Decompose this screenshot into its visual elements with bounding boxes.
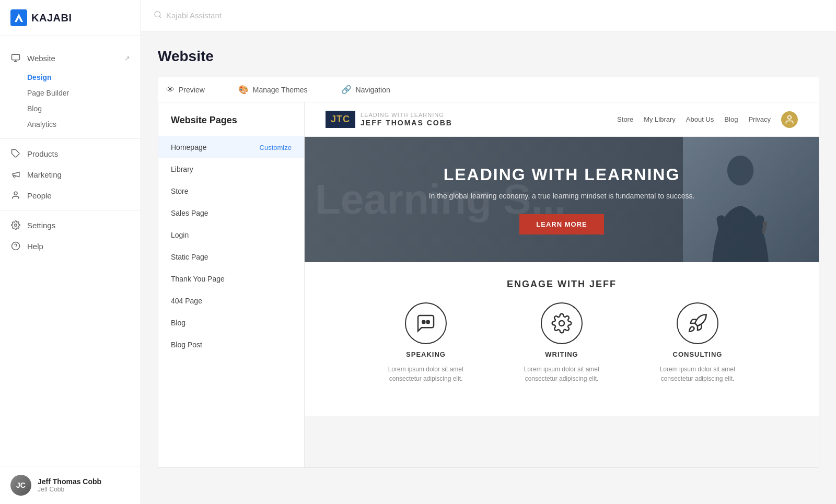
- pages-sidebar-title: Website Pages: [158, 115, 304, 136]
- logo-tagline: Leading with Learning: [361, 112, 452, 119]
- content-area: Website 👁 Preview 🎨 Manage Themes 🔗 Navi…: [141, 31, 836, 504]
- user-full-name: Jeff Thomas Cobb: [38, 477, 130, 486]
- question-icon: [10, 241, 21, 251]
- website-nav-section: Website ↗ Design Page Builder Blog Analy…: [0, 44, 141, 134]
- logo-name: JEFF THOMAS COBB: [361, 119, 452, 127]
- sidebar-item-page-builder[interactable]: Page Builder: [0, 85, 141, 101]
- user-handle: Jeff Cobb: [38, 486, 130, 493]
- people-label: People: [27, 191, 130, 200]
- consulting-desc: Lorem ipsum dolor sit amet consectetur a…: [645, 365, 750, 383]
- page-library-label: Library: [171, 165, 292, 173]
- sidebar-item-help[interactable]: Help: [0, 236, 141, 256]
- site-nav-blog[interactable]: Blog: [724, 115, 738, 123]
- settings-label: Settings: [27, 221, 130, 230]
- search-placeholder: Kajabi Assistant: [166, 11, 222, 20]
- site-navigation: Store My Library About Us Blog Privacy: [617, 111, 798, 128]
- sidebar-item-blog[interactable]: Blog: [0, 101, 141, 116]
- page-item-404[interactable]: 404 Page: [158, 290, 304, 312]
- preview-label: Preview: [179, 86, 205, 94]
- hero-cta-button[interactable]: LEARN MORE: [519, 214, 603, 235]
- site-nav-avatar: [781, 111, 798, 128]
- page-item-thank-you[interactable]: Thank You Page: [158, 268, 304, 290]
- site-nav-store[interactable]: Store: [617, 115, 633, 123]
- user-avatar: JC: [10, 475, 31, 496]
- builder-container: Website Pages Homepage Customize Library…: [158, 102, 819, 468]
- page-title: Website: [158, 48, 819, 65]
- preview-button[interactable]: 👁 Preview: [158, 78, 213, 102]
- help-label: Help: [27, 242, 130, 251]
- consulting-icon: [677, 302, 718, 344]
- sidebar-item-settings[interactable]: Settings: [0, 215, 141, 236]
- app-logo[interactable]: KAJABI: [0, 0, 141, 36]
- external-link-icon: ↗: [124, 54, 130, 62]
- sidebar-item-analytics[interactable]: Analytics: [0, 116, 141, 132]
- page-item-blog-post[interactable]: Blog Post: [158, 334, 304, 356]
- gear-icon: [10, 220, 21, 230]
- page-item-library[interactable]: Library: [158, 158, 304, 180]
- consulting-label: CONSULTING: [673, 350, 723, 358]
- services-grid: SPEAKING Lorem ipsum dolor sit amet cons…: [305, 302, 819, 400]
- svg-point-10: [788, 115, 792, 119]
- manage-themes-button[interactable]: 🎨 Manage Themes: [230, 77, 316, 102]
- main-content: Kajabi Assistant Website 👁 Preview 🎨 Man…: [141, 0, 836, 504]
- page-item-login[interactable]: Login: [158, 224, 304, 246]
- sidebar-item-website[interactable]: Website ↗: [0, 46, 141, 69]
- person-icon: [10, 190, 21, 201]
- page-sales-label: Sales Page: [171, 209, 292, 217]
- svg-rect-16: [422, 321, 425, 323]
- products-label: Products: [27, 149, 130, 158]
- pages-sidebar: Website Pages Homepage Customize Library…: [158, 102, 305, 467]
- page-item-blog[interactable]: Blog: [158, 312, 304, 334]
- svg-rect-17: [427, 321, 429, 323]
- avatar-initials: JC: [10, 475, 31, 496]
- page-item-sales-page[interactable]: Sales Page: [158, 202, 304, 224]
- speaking-desc: Lorem ipsum dolor sit amet consectetur a…: [374, 365, 478, 383]
- sidebar-user-footer[interactable]: JC Jeff Thomas Cobb Jeff Cobb: [0, 466, 141, 504]
- page-blogpost-label: Blog Post: [171, 341, 292, 349]
- svg-point-18: [559, 321, 564, 326]
- search-icon: [154, 10, 162, 20]
- jtc-logo-box: JTC: [326, 111, 355, 128]
- website-toolbar: 👁 Preview 🎨 Manage Themes 🔗 Navigation: [158, 77, 819, 102]
- svg-point-4: [14, 192, 17, 195]
- website-label: Website: [27, 54, 124, 63]
- page-blog-label: Blog: [171, 319, 292, 327]
- page-homepage-label: Homepage: [171, 143, 260, 151]
- sidebar-item-people[interactable]: People: [0, 185, 141, 206]
- sidebar-item-marketing[interactable]: Marketing: [0, 164, 141, 185]
- link-icon: 🔗: [341, 85, 352, 95]
- page-store-label: Store: [171, 187, 292, 195]
- site-hero: Learning S... LEADING WITH LEARNING In t…: [305, 137, 819, 262]
- topbar: Kajabi Assistant: [141, 0, 836, 31]
- customize-homepage-button[interactable]: Customize: [260, 144, 292, 151]
- service-writing: WRITING Lorem ipsum dolor sit amet conse…: [509, 302, 614, 383]
- speaking-icon: [405, 302, 447, 344]
- search-bar[interactable]: Kajabi Assistant: [154, 10, 222, 20]
- hero-subtitle: In the global learning economy, a true l…: [336, 191, 787, 202]
- page-thankyou-label: Thank You Page: [171, 275, 292, 283]
- navigation-button[interactable]: 🔗 Navigation: [333, 77, 399, 102]
- app-name: KAJABI: [31, 12, 72, 24]
- kajabi-logo-icon: [10, 9, 27, 26]
- site-nav-library[interactable]: My Library: [644, 115, 676, 123]
- site-nav-about[interactable]: About Us: [686, 115, 714, 123]
- site-logo: JTC Leading with Learning JEFF THOMAS CO…: [326, 111, 452, 128]
- sidebar-navigation: Website ↗ Design Page Builder Blog Analy…: [0, 36, 141, 466]
- tag-icon: [10, 148, 21, 159]
- site-preview-area: JTC Leading with Learning JEFF THOMAS CO…: [305, 102, 819, 467]
- sidebar-item-products[interactable]: Products: [0, 143, 141, 164]
- palette-icon: 🎨: [238, 85, 249, 95]
- page-item-homepage[interactable]: Homepage Customize: [158, 136, 304, 158]
- page-login-label: Login: [171, 231, 292, 239]
- page-item-store[interactable]: Store: [158, 180, 304, 202]
- sidebar-item-design[interactable]: Design: [0, 69, 141, 85]
- monitor-icon: [10, 53, 21, 63]
- writing-icon: [541, 302, 583, 344]
- megaphone-icon: [10, 169, 21, 180]
- hero-title: LEADING WITH LEARNING: [336, 165, 787, 184]
- marketing-label: Marketing: [27, 170, 130, 179]
- site-nav-privacy[interactable]: Privacy: [748, 115, 771, 123]
- engage-section-title: ENGAGE WITH JEFF: [305, 262, 819, 302]
- page-item-static-page[interactable]: Static Page: [158, 246, 304, 268]
- navigation-label: Navigation: [356, 86, 390, 94]
